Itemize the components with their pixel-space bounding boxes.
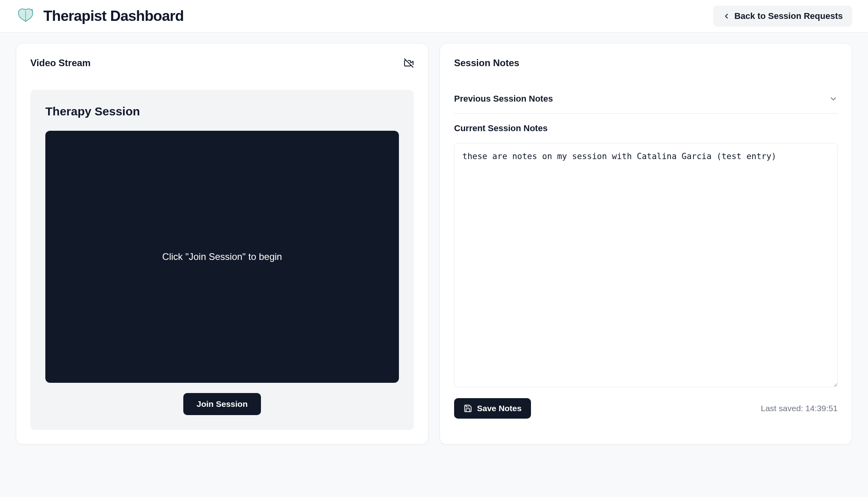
video-placeholder-area: Click "Join Session" to begin xyxy=(45,131,399,383)
header-left: Therapist Dashboard xyxy=(16,7,184,26)
previous-notes-label: Previous Session Notes xyxy=(454,94,553,104)
notes-footer: Save Notes Last saved: 14:39:51 xyxy=(454,398,838,419)
app-logo xyxy=(16,7,35,26)
save-icon xyxy=(464,404,472,413)
current-notes-textarea[interactable] xyxy=(454,143,838,387)
session-panel-title: Therapy Session xyxy=(45,105,399,118)
join-session-button[interactable]: Join Session xyxy=(183,393,261,415)
video-off-icon xyxy=(404,58,414,68)
video-card-title: Video Stream xyxy=(30,57,91,69)
video-stream-card: Video Stream Therapy Session Click "Join… xyxy=(16,43,428,445)
chevron-left-icon xyxy=(723,12,730,20)
current-notes-label: Current Session Notes xyxy=(454,123,838,134)
back-button-label: Back to Session Requests xyxy=(734,11,843,21)
video-card-header: Video Stream xyxy=(30,57,414,69)
app-header: Therapist Dashboard Back to Session Requ… xyxy=(0,0,868,33)
last-saved-prefix: Last saved: xyxy=(761,404,805,413)
notes-card-header: Session Notes xyxy=(454,57,838,69)
last-saved-time: 14:39:51 xyxy=(805,404,838,413)
butterfly-logo-icon xyxy=(16,7,35,26)
chevron-down-icon xyxy=(829,95,838,103)
back-to-requests-button[interactable]: Back to Session Requests xyxy=(713,6,852,27)
video-placeholder-text: Click "Join Session" to begin xyxy=(162,251,282,262)
save-button-label: Save Notes xyxy=(477,404,522,413)
save-notes-button[interactable]: Save Notes xyxy=(454,398,531,419)
session-notes-card: Session Notes Previous Session Notes Cur… xyxy=(440,43,852,445)
last-saved-text: Last saved: 14:39:51 xyxy=(761,404,838,413)
page-title: Therapist Dashboard xyxy=(43,8,184,24)
notes-section: Previous Session Notes Current Session N… xyxy=(454,90,838,419)
previous-notes-toggle[interactable]: Previous Session Notes xyxy=(454,90,838,114)
notes-card-title: Session Notes xyxy=(454,57,519,69)
session-panel: Therapy Session Click "Join Session" to … xyxy=(30,90,414,430)
main-content: Video Stream Therapy Session Click "Join… xyxy=(0,33,868,455)
svg-point-0 xyxy=(32,9,33,10)
